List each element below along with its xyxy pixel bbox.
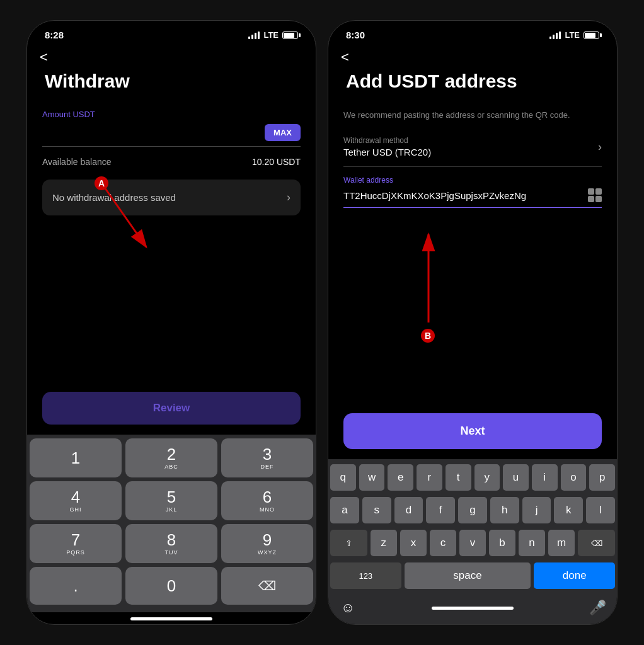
amount-input[interactable] xyxy=(42,126,265,139)
key-g[interactable]: g xyxy=(458,497,487,523)
num-label: 123 xyxy=(359,571,372,581)
key-p[interactable]: p xyxy=(589,464,615,491)
qr-icon[interactable] xyxy=(588,188,602,202)
key-7[interactable]: 7 PQRS xyxy=(30,524,122,563)
kb-row-3: ⇧ z x c v b n m ⌫ xyxy=(330,530,615,556)
key-e[interactable]: e xyxy=(388,464,413,491)
kb-row-1: q w e r t y u i o p xyxy=(330,464,615,491)
time-1: 8:28 xyxy=(45,30,64,40)
key-l[interactable]: l xyxy=(586,497,615,523)
key-shift[interactable]: ⇧ xyxy=(330,530,367,556)
key-j[interactable]: j xyxy=(522,497,551,523)
key-q[interactable]: q xyxy=(330,464,356,491)
method-info: Withdrawal method Tether USD (TRC20) xyxy=(343,136,431,157)
no-address-text: No withdrawal address saved xyxy=(52,192,176,203)
signal-bars-1 xyxy=(248,31,260,39)
numpad-row-2: 4 GHI 5 JKL 6 MNO xyxy=(30,481,313,520)
key-backspace[interactable]: ⌫ xyxy=(221,567,313,605)
method-value: Tether USD (TRC20) xyxy=(343,147,431,157)
label-b: B xyxy=(421,329,435,343)
signal-bars-2 xyxy=(549,31,561,39)
kb-row-4: 123 space done xyxy=(330,562,615,589)
key-b[interactable]: b xyxy=(489,530,515,556)
wallet-row xyxy=(343,188,602,208)
key-z[interactable]: z xyxy=(371,530,397,556)
battery-2 xyxy=(584,31,599,39)
max-button[interactable]: MAX xyxy=(265,124,301,141)
numpad: 1 2 ABC 3 DEF 4 GHI xyxy=(27,435,316,612)
back-button-1[interactable]: < xyxy=(27,44,316,71)
key-k[interactable]: k xyxy=(554,497,583,523)
key-n[interactable]: n xyxy=(519,530,545,556)
key-u[interactable]: u xyxy=(503,464,529,491)
key-3[interactable]: 3 DEF xyxy=(221,438,313,477)
label-a: A xyxy=(95,176,108,190)
back-button-2[interactable]: < xyxy=(328,44,617,71)
next-button[interactable]: Next xyxy=(343,413,602,449)
review-button[interactable]: Review xyxy=(42,392,301,425)
home-indicator-2 xyxy=(432,607,514,610)
bar1-2 xyxy=(549,37,551,39)
signal-area-1: LTE xyxy=(248,30,298,40)
wallet-input[interactable] xyxy=(343,190,588,201)
key-y[interactable]: y xyxy=(474,464,500,491)
key-s[interactable]: s xyxy=(362,497,391,523)
keyboard: q w e r t y u i o p a s d f g xyxy=(328,459,617,624)
method-chevron: › xyxy=(598,140,602,154)
key-8[interactable]: 8 TUV xyxy=(125,524,217,563)
key-d[interactable]: d xyxy=(394,497,423,523)
key-c[interactable]: c xyxy=(430,530,456,556)
balance-label: Available balance xyxy=(42,157,112,167)
space-label: space xyxy=(453,569,481,582)
balance-value: 10.20 USDT xyxy=(252,157,301,167)
kb-row-2: a s d f g h j k l xyxy=(330,497,615,523)
review-area: Review xyxy=(27,392,316,435)
key-r[interactable]: r xyxy=(417,464,442,491)
key-x[interactable]: x xyxy=(400,530,427,556)
key-123[interactable]: 123 xyxy=(330,562,401,589)
withdraw-screen: Withdraw Amount USDT MAX Available balan… xyxy=(27,71,316,392)
method-section: Withdrawal method Tether USD (TRC20) › xyxy=(343,136,602,167)
numpad-row-4: . 0 ⌫ xyxy=(30,567,313,605)
amount-row: MAX xyxy=(42,124,301,147)
emoji-button[interactable]: ☺ xyxy=(336,596,359,619)
key-5[interactable]: 5 JKL xyxy=(125,481,217,520)
numpad-row-3: 7 PQRS 8 TUV 9 WXYZ xyxy=(30,524,313,563)
mic-button[interactable]: 🎤 xyxy=(586,596,609,619)
wallet-section: Wallet address xyxy=(343,176,602,208)
key-done[interactable]: done xyxy=(534,562,615,589)
page-title-1: Withdraw xyxy=(42,71,301,92)
key-0[interactable]: 0 xyxy=(125,567,217,605)
key-f[interactable]: f xyxy=(426,497,455,523)
key-a[interactable]: a xyxy=(330,497,359,523)
key-4[interactable]: 4 GHI xyxy=(30,481,122,520)
key-h[interactable]: h xyxy=(490,497,519,523)
time-2: 8:30 xyxy=(346,30,365,40)
status-bar-2: 8:30 LTE xyxy=(328,21,617,44)
key-dot[interactable]: . xyxy=(30,567,122,605)
page-title-2: Add USDT address xyxy=(343,71,602,92)
address-chevron: › xyxy=(287,191,290,204)
key-i[interactable]: i xyxy=(532,464,558,491)
key-backspace-kb[interactable]: ⌫ xyxy=(578,530,615,556)
key-t[interactable]: t xyxy=(446,464,471,491)
lte-label-1: LTE xyxy=(263,30,279,40)
key-m[interactable]: m xyxy=(548,530,575,556)
bar3-2 xyxy=(556,33,558,39)
balance-row: Available balance 10.20 USDT xyxy=(42,157,301,167)
address-box[interactable]: No withdrawal address saved › xyxy=(42,180,301,215)
key-w[interactable]: w xyxy=(359,464,385,491)
key-9[interactable]: 9 WXYZ xyxy=(221,524,313,563)
key-o[interactable]: o xyxy=(561,464,587,491)
key-v[interactable]: v xyxy=(459,530,486,556)
key-space[interactable]: space xyxy=(405,562,531,589)
home-indicator-1 xyxy=(130,617,212,620)
add-address-screen: Add USDT address We recommend pasting th… xyxy=(328,71,617,413)
key-1[interactable]: 1 xyxy=(30,438,122,477)
key-6[interactable]: 6 MNO xyxy=(221,481,313,520)
bar1 xyxy=(248,37,250,39)
key-2[interactable]: 2 ABC xyxy=(125,438,217,477)
signal-area-2: LTE xyxy=(549,30,599,40)
next-area: Next xyxy=(328,413,617,459)
kb-bottom: ☺ 🎤 xyxy=(330,595,615,623)
